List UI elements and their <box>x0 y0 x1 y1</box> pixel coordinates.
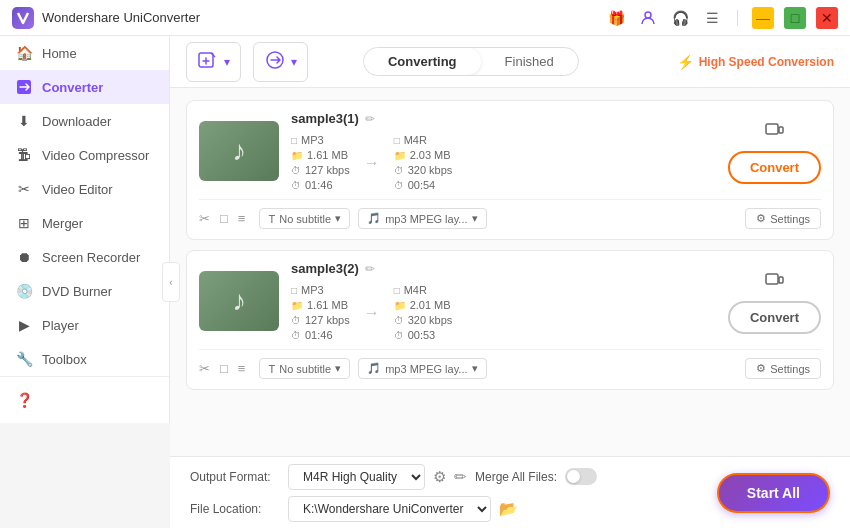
source-format-2: □ MP3 <box>291 284 350 296</box>
minimize-button[interactable]: — <box>752 7 774 29</box>
content-toolbar: ▾ ▾ Converting Finished ⚡ High Speed Con… <box>170 36 850 88</box>
merge-all-label: Merge All Files: <box>475 470 557 484</box>
sidebar-item-merger[interactable]: ⊞ Merger <box>0 206 169 240</box>
sidebar-item-dvd-burner[interactable]: 💿 DVD Burner <box>0 274 169 308</box>
target-meta-1: □ M4R 📁 2.03 MB ⏱ 320 kbps <box>394 134 453 191</box>
sidebar-label-editor: Video Editor <box>42 182 113 197</box>
sidebar-item-converter[interactable]: Converter <box>0 70 169 104</box>
sidebar-item-video-editor[interactable]: ✂ Video Editor <box>0 172 169 206</box>
file-card-1: ♪ sample3(1) ✏ □ MP3 <box>186 100 834 240</box>
svg-rect-4 <box>766 124 778 134</box>
sidebar-item-player[interactable]: ▶ Player <box>0 308 169 342</box>
file-name-row-1: sample3(1) ✏ <box>291 111 708 126</box>
home-icon: 🏠 <box>16 45 32 61</box>
sidebar: 🏠 Home Converter ⬇ Downloader 🗜 Video Co… <box>0 36 170 423</box>
audio-dropdown-icon-2: ▾ <box>472 362 478 375</box>
convert-button-2[interactable]: Convert <box>728 301 821 334</box>
output-format-select[interactable]: M4R High Quality <box>288 464 425 490</box>
convert-settings-button[interactable]: ▾ <box>253 42 308 82</box>
file-location-label: File Location: <box>190 502 280 516</box>
convert-actions-1: Convert <box>728 118 821 184</box>
edit-icon-2[interactable]: ✏ <box>365 262 375 276</box>
tab-converting[interactable]: Converting <box>364 48 481 75</box>
convert-button-1[interactable]: Convert <box>728 151 821 184</box>
sidebar-item-downloader[interactable]: ⬇ Downloader <box>0 104 169 138</box>
target-size-1: 📁 2.03 MB <box>394 149 453 161</box>
sidebar-item-help[interactable]: ❓ <box>0 383 169 417</box>
user-icon[interactable] <box>637 7 659 29</box>
help-icon: ❓ <box>16 392 32 408</box>
merge-toggle[interactable] <box>565 468 597 485</box>
audio-icon-1: 🎵 <box>367 212 381 225</box>
file-thumb-2: ♪ <box>199 271 279 331</box>
file-card-2-bottom: ✂ □ ≡ T No subtitle ▾ 🎵 mp3 MPEG lay... … <box>199 349 821 379</box>
file-name-row-2: sample3(2) ✏ <box>291 261 708 276</box>
file-actions-left-2: ✂ □ ≡ <box>199 361 245 376</box>
audio-select-2[interactable]: 🎵 mp3 MPEG lay... ▾ <box>358 358 486 379</box>
settings-small-icon[interactable]: ⚙ <box>433 468 446 486</box>
device-icon-2[interactable] <box>763 268 785 295</box>
main-layout: 🏠 Home Converter ⬇ Downloader 🗜 Video Co… <box>0 36 850 528</box>
menu-icon[interactable]: ☰ <box>701 7 723 29</box>
headset-icon[interactable]: 🎧 <box>669 7 691 29</box>
sidebar-label-player: Player <box>42 318 79 333</box>
cut-icon-1[interactable]: ✂ <box>199 211 210 226</box>
device-icon-1[interactable] <box>763 118 785 145</box>
sidebar-item-screen-recorder[interactable]: ⏺ Screen Recorder <box>0 240 169 274</box>
output-format-row: Output Format: M4R High Quality ⚙ ✏ Merg… <box>190 464 701 490</box>
titlebar-right: 🎁 🎧 ☰ — □ ✕ <box>605 7 838 29</box>
copy-icon-2[interactable]: □ <box>220 361 228 376</box>
more-icon-2[interactable]: ≡ <box>238 361 246 376</box>
copy-icon-1[interactable]: □ <box>220 211 228 226</box>
source-duration-2: ⏱ 01:46 <box>291 329 350 341</box>
file-card-1-bottom: ✂ □ ≡ T No subtitle ▾ 🎵 mp3 MPEG lay... … <box>199 199 821 229</box>
file-location-select[interactable]: K:\Wondershare UniConverter <box>288 496 491 522</box>
settings-btn-1[interactable]: ⚙ Settings <box>745 208 821 229</box>
folder-icon[interactable]: 📂 <box>499 500 518 518</box>
add-dropdown-icon: ▾ <box>224 55 230 69</box>
sidebar-item-video-compressor[interactable]: 🗜 Video Compressor <box>0 138 169 172</box>
source-duration-1: ⏱ 01:46 <box>291 179 350 191</box>
bottom-fields: Output Format: M4R High Quality ⚙ ✏ Merg… <box>190 464 701 522</box>
file-card-1-top: ♪ sample3(1) ✏ □ MP3 <box>199 111 821 191</box>
content-area: ▾ ▾ Converting Finished ⚡ High Speed Con… <box>170 36 850 528</box>
subtitle-select-2[interactable]: T No subtitle ▾ <box>259 358 350 379</box>
sidebar-label-converter: Converter <box>42 80 103 95</box>
sidebar-collapse-button[interactable]: ‹ <box>162 262 180 302</box>
source-bitrate-2: ⏱ 127 kbps <box>291 314 350 326</box>
file-thumb-1: ♪ <box>199 121 279 181</box>
tab-group: Converting Finished <box>363 47 579 76</box>
dvd-icon: 💿 <box>16 283 32 299</box>
audio-icon-2: 🎵 <box>367 362 381 375</box>
titlebar: Wondershare UniConverter 🎁 🎧 ☰ — □ ✕ <box>0 0 850 36</box>
audio-select-1[interactable]: 🎵 mp3 MPEG lay... ▾ <box>358 208 486 229</box>
subtitle-icon-1: T <box>268 213 275 225</box>
file-name-1: sample3(1) <box>291 111 359 126</box>
format-icon-1: □ <box>291 135 297 146</box>
add-files-button[interactable]: ▾ <box>186 42 241 82</box>
merger-icon: ⊞ <box>16 215 32 231</box>
bottom-bar: Output Format: M4R High Quality ⚙ ✏ Merg… <box>170 456 850 528</box>
subtitle-dropdown-icon-2: ▾ <box>335 362 341 375</box>
sidebar-item-home[interactable]: 🏠 Home <box>0 36 169 70</box>
sidebar-item-toolbox[interactable]: 🔧 Toolbox <box>0 342 169 376</box>
svg-rect-7 <box>779 277 783 283</box>
target-size-2: 📁 2.01 MB <box>394 299 453 311</box>
close-button[interactable]: ✕ <box>816 7 838 29</box>
subtitle-select-1[interactable]: T No subtitle ▾ <box>259 208 350 229</box>
tab-finished[interactable]: Finished <box>481 48 578 75</box>
cut-icon-2[interactable]: ✂ <box>199 361 210 376</box>
target-format-1: □ M4R <box>394 134 453 146</box>
app-title: Wondershare UniConverter <box>42 10 200 25</box>
sidebar-label-downloader: Downloader <box>42 114 111 129</box>
add-icon <box>197 49 219 75</box>
start-all-button[interactable]: Start All <box>717 473 830 513</box>
settings-btn-2[interactable]: ⚙ Settings <box>745 358 821 379</box>
convert-actions-2: Convert <box>728 268 821 334</box>
edit-small-icon[interactable]: ✏ <box>454 468 467 486</box>
source-size-2: 📁 1.61 MB <box>291 299 350 311</box>
edit-icon-1[interactable]: ✏ <box>365 112 375 126</box>
gift-icon[interactable]: 🎁 <box>605 7 627 29</box>
maximize-button[interactable]: □ <box>784 7 806 29</box>
more-icon-1[interactable]: ≡ <box>238 211 246 226</box>
